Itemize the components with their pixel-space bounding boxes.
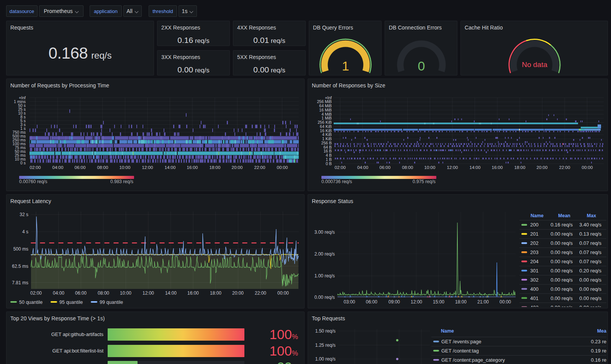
svg-text:06:00: 06:00 [75,165,86,170]
svg-text:12:00: 12:00 [447,165,458,170]
svg-text:10:00: 10:00 [424,165,436,170]
svg-text:14:00: 14:00 [470,165,481,170]
svg-text:18:00: 18:00 [455,299,467,305]
svg-text:500 ms: 500 ms [13,246,28,252]
svg-text:22:00: 22:00 [254,165,265,170]
svg-text:08:00: 08:00 [98,290,109,296]
svg-text:08:00: 08:00 [402,165,413,170]
svg-text:0.00 req/s: 0.00 req/s [579,305,601,307]
svg-text:12:00: 12:00 [143,290,154,296]
svg-text:22:00: 22:00 [255,290,266,296]
svg-text:200: 200 [530,222,539,228]
svg-text:2.00 req/s: 2.00 req/s [315,251,335,257]
svg-text:00:00: 00:00 [277,165,288,170]
svg-text:22%: 22% [277,359,298,364]
svg-text:0.00 req/s: 0.00 req/s [550,249,573,255]
svg-text:16:00: 16:00 [492,165,503,170]
svg-text:06:00: 06:00 [380,165,391,170]
svg-text:20:00: 20:00 [537,165,548,170]
svg-text:Max: Max [587,213,596,218]
svg-text:62.5 ms: 62.5 ms [12,264,28,269]
svg-text:16:00: 16:00 [187,290,199,296]
svg-text:1.50 req/s: 1.50 req/s [315,328,336,334]
svg-text:0.00760 req/s: 0.00760 req/s [19,179,47,184]
svg-text:10:00: 10:00 [120,165,131,170]
svg-text:1.00 req/s: 1.00 req/s [315,273,335,279]
svg-text:10:00: 10:00 [120,290,131,296]
svg-text:95 quantile: 95 quantile [59,300,83,305]
svg-text:02:00: 02:00 [30,290,42,296]
svg-text:02:00: 02:00 [30,165,41,170]
svg-text:04:00: 04:00 [52,165,64,170]
svg-text:02:00: 02:00 [335,165,346,170]
svg-text:0.00 req/s: 0.00 req/s [550,277,573,283]
svg-text:201: 201 [530,231,539,237]
svg-text:0.975 req/s: 0.975 req/s [413,179,436,184]
svg-text:32 s: 32 s [20,212,28,217]
svg-text:0.16 req/s: 0.16 req/s [550,222,573,228]
svg-text:09:00: 09:00 [388,299,400,305]
svg-text:15:00: 15:00 [433,299,444,305]
svg-text:04:00: 04:00 [53,290,64,296]
svg-text:100%: 100% [270,327,298,342]
svg-text:00:00: 00:00 [277,290,289,296]
svg-text:No data: No data [522,61,547,69]
svg-text:GET api:bot:filterlist-list: GET api:bot:filterlist-list [52,348,104,354]
svg-text:0.00 req/s: 0.00 req/s [550,268,573,274]
svg-text:GET /events:page: GET /events:page [441,339,482,344]
svg-text:03:00: 03:00 [344,299,355,305]
svg-text:99 quantile: 99 quantile [100,300,123,305]
svg-text:4 s: 4 s [22,229,28,234]
svg-text:0.16 re: 0.16 re [591,357,606,363]
svg-text:21:00: 21:00 [477,299,489,305]
svg-text:GET /content:page_category: GET /content:page_category [441,357,505,363]
svg-text:0.00 req/s: 0.00 req/s [315,295,335,300]
svg-text:12:00: 12:00 [411,299,422,305]
svg-text:50 quantile: 50 quantile [19,300,43,305]
svg-text:7.81 ms: 7.81 ms [12,280,28,285]
svg-text:301: 301 [530,268,539,274]
svg-text:202: 202 [530,240,539,246]
svg-text:402: 402 [530,305,539,307]
svg-text:14:00: 14:00 [165,165,176,170]
svg-text:0.07 req/s: 0.07 req/s [579,249,601,255]
svg-text:16:00: 16:00 [187,165,198,170]
svg-text:Mean: Mean [558,213,570,218]
svg-text:18:00: 18:00 [514,165,526,170]
svg-text:00:00: 00:00 [582,165,593,170]
svg-text:22:00: 22:00 [559,165,570,170]
svg-text:3.00 req/s: 3.00 req/s [315,230,335,235]
svg-text:14:00: 14:00 [165,290,177,296]
svg-text:06:00: 06:00 [75,290,87,296]
svg-text:0.00 req/s: 0.00 req/s [550,240,573,246]
svg-text:100%: 100% [270,343,298,358]
svg-text:0.00 req/s: 0.00 req/s [550,286,573,292]
svg-text:GET /content:tag: GET /content:tag [441,348,479,354]
svg-text:Name: Name [531,213,544,218]
svg-text:Name: Name [441,328,454,334]
svg-text:3.40 req/s: 3.40 req/s [579,222,601,228]
svg-text:0.00 req/s: 0.00 req/s [550,259,573,264]
svg-text:1.00 req/s: 1.00 req/s [315,356,336,362]
svg-text:20:00: 20:00 [232,290,244,296]
svg-text:0.07 req/s: 0.07 req/s [579,259,601,264]
svg-text:18:00: 18:00 [210,290,221,296]
svg-text:401: 401 [530,295,539,301]
svg-text:0.00 req/s: 0.00 req/s [550,295,573,301]
svg-text:0.13 req/s: 0.13 req/s [579,231,601,237]
svg-text:0.00 req/s: 0.00 req/s [579,295,601,301]
svg-text:12:00: 12:00 [142,165,153,170]
svg-text:0.00 req/s: 0.00 req/s [579,286,601,292]
svg-text:0: 0 [418,59,425,73]
svg-text:GET api:github-artifacts: GET api:github-artifacts [51,331,104,337]
svg-text:04:00: 04:00 [357,165,369,170]
svg-text:0.000736 req/s: 0.000736 req/s [321,179,352,184]
svg-text:20:00: 20:00 [232,165,243,170]
svg-text:0.20 req/s: 0.20 req/s [579,268,601,274]
svg-text:0.983 req/s: 0.983 req/s [110,179,133,184]
svg-text:06:00: 06:00 [366,299,377,305]
svg-text:1.25 req/s: 1.25 req/s [315,343,336,348]
svg-text:0.00 req/s: 0.00 req/s [579,277,601,283]
svg-text:0.00 req/s: 0.00 req/s [550,305,573,307]
svg-text:0.23 re: 0.23 re [591,339,606,344]
